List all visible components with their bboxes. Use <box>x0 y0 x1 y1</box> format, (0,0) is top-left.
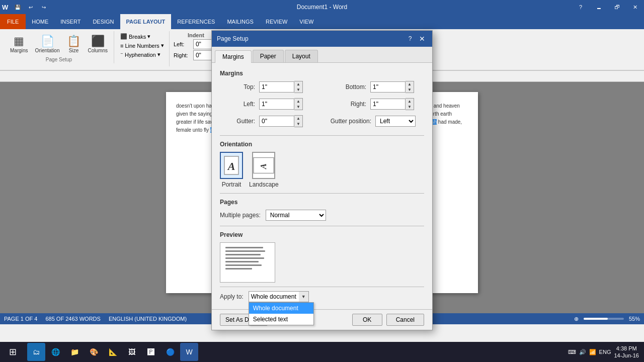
breaks-btn[interactable]: ⬛ Breaks ▾ <box>118 32 152 41</box>
landscape-btn[interactable]: A Landscape <box>249 152 279 188</box>
gutter-spin-up[interactable]: ▲ <box>294 116 302 121</box>
columns-btn[interactable]: ⬛ Columns <box>85 33 111 55</box>
margins-btn[interactable]: ▦ Margins <box>7 33 31 55</box>
right-input[interactable] <box>370 99 406 110</box>
tab-references[interactable]: REFERENCES <box>171 14 221 29</box>
left-spin-up[interactable]: ▲ <box>294 99 302 104</box>
margins-icon: ▦ <box>14 35 24 48</box>
ok-btn[interactable]: OK <box>352 314 382 326</box>
quick-access-toolbar: W 💾 ↩ ↪ <box>2 2 49 13</box>
cancel-btn[interactable]: Cancel <box>386 314 424 326</box>
orientation-icon: 📄 <box>41 35 54 48</box>
left-spin-down[interactable]: ▼ <box>294 104 302 110</box>
taskbar-explorer[interactable]: 🗂 <box>27 343 45 361</box>
zoom-slider[interactable] <box>584 318 624 320</box>
start-button[interactable]: ⊞ <box>0 342 25 362</box>
tab-review[interactable]: REVIEW <box>260 14 293 29</box>
gutter-pos-select[interactable]: Left Top <box>375 116 416 127</box>
taskbar-volume-icon: 🔊 <box>579 349 586 355</box>
save-qat-btn[interactable]: 💾 <box>12 2 23 13</box>
dialog-close-btn[interactable]: ✕ <box>417 34 427 44</box>
multiple-pages-select-wrapper: Normal Mirror margins 2 pages per sheet … <box>266 210 326 221</box>
bottom-label: Bottom: <box>326 83 366 90</box>
right-spin-up[interactable]: ▲ <box>406 99 414 104</box>
pagesetup-group-label: Page Setup <box>46 56 72 62</box>
left-input[interactable] <box>259 99 294 110</box>
taskbar-edge[interactable]: 🌐 <box>46 343 64 361</box>
multiple-pages-label: Multiple pages: <box>220 212 261 219</box>
dialog-help-btn[interactable]: ? <box>405 34 415 44</box>
tab-file[interactable]: FILE <box>0 14 26 29</box>
taskbar-appicon-1[interactable]: 📁 <box>65 343 84 361</box>
zoom-icon: ⊕ <box>574 316 579 322</box>
taskbar-appicon-3[interactable]: 📐 <box>104 343 122 361</box>
dropdown-item-selected[interactable]: Selected text <box>249 314 313 325</box>
portrait-btn[interactable]: A Portrait <box>220 152 243 188</box>
top-spin-down[interactable]: ▼ <box>294 87 302 93</box>
redo-qat-btn[interactable]: ↪ <box>38 2 49 13</box>
undo-qat-btn[interactable]: ↩ <box>25 2 36 13</box>
apply-dropdown-btn[interactable]: ▼ <box>299 291 309 302</box>
page-count: PAGE 1 OF 4 <box>4 316 37 322</box>
taskbar-appicon-4[interactable]: 🖼 <box>123 343 141 361</box>
columns-icon: ⬛ <box>91 35 105 48</box>
linenumbers-btn[interactable]: ≡ Line Numbers ▾ <box>118 41 166 50</box>
dropdown-item-whole[interactable]: Whole document <box>249 303 313 314</box>
window-title: Document1 - Word <box>297 4 347 11</box>
top-spin-up[interactable]: ▲ <box>294 81 302 87</box>
multiple-pages-select[interactable]: Normal Mirror margins 2 pages per sheet … <box>266 210 326 221</box>
taskbar-chrome[interactable]: 🔵 <box>161 343 179 361</box>
size-btn[interactable]: 📋 Size <box>64 33 84 55</box>
tab-design[interactable]: DESIGN <box>87 14 120 29</box>
bottom-spinbtns: ▲ ▼ <box>406 81 414 93</box>
title-bar: W 💾 ↩ ↪ Document1 - Word ? 🗕 🗗 ✕ <box>0 0 644 14</box>
multiple-pages-row: Multiple pages: Normal Mirror margins 2 … <box>220 210 424 221</box>
page-setup-dialog: Page Setup ? ✕ Margins Paper Layout Marg… <box>211 30 433 330</box>
minimize-btn[interactable]: 🗕 <box>590 0 608 14</box>
taskbar-lang: ENG <box>599 349 611 355</box>
dialog-tab-layout[interactable]: Layout <box>285 50 318 62</box>
footer-right: OK Cancel <box>352 314 424 326</box>
gutter-pos-label: Gutter position: <box>326 118 371 125</box>
hyphenation-btn[interactable]: ⁻ Hyphenation ▾ <box>118 50 163 59</box>
preview-line-3 <box>225 254 261 255</box>
right-input-group: ▲ ▼ <box>370 98 414 110</box>
taskbar-time: 4:38 PM <box>614 345 639 352</box>
status-right: ⊕ 55% <box>574 316 640 322</box>
bottom-input[interactable] <box>370 81 406 93</box>
dialog-tabs: Margins Paper Layout <box>212 47 432 63</box>
size-icon: 📋 <box>67 35 80 48</box>
orientation-options: A Portrait A Landscape <box>220 152 424 188</box>
portrait-icon: A <box>220 152 243 179</box>
dialog-tab-paper[interactable]: Paper <box>253 50 284 62</box>
right-label: Right: <box>326 101 366 108</box>
bottom-spin-down[interactable]: ▼ <box>406 87 414 93</box>
indent-heading: Indent <box>188 32 204 39</box>
gutter-input[interactable] <box>259 116 294 127</box>
help-btn[interactable]: ? <box>572 0 590 14</box>
word-logo-icon: W <box>2 4 8 11</box>
zoom-fill <box>584 318 608 320</box>
bottom-spin-up[interactable]: ▲ <box>406 81 414 87</box>
gutter-spin-down[interactable]: ▼ <box>294 121 302 127</box>
maximize-btn[interactable]: 🗗 <box>608 0 626 14</box>
dialog-tab-margins[interactable]: Margins <box>215 50 252 63</box>
tab-home[interactable]: HOME <box>26 14 54 29</box>
tab-pagelayout[interactable]: PAGE LAYOUT <box>120 14 172 29</box>
gutter-input-group: ▲ ▼ <box>259 115 303 127</box>
tab-mailings[interactable]: MAILINGS <box>221 14 260 29</box>
window-controls: ? 🗕 🗗 ✕ <box>572 0 644 14</box>
right-spin-down[interactable]: ▼ <box>406 104 414 110</box>
dialog-footer: Set As Defa... OK Cancel <box>212 309 432 330</box>
close-btn[interactable]: ✕ <box>626 0 644 14</box>
tab-view[interactable]: VIEW <box>293 14 319 29</box>
top-label: Top: <box>220 83 255 90</box>
tab-insert[interactable]: INSERT <box>54 14 87 29</box>
taskbar-word[interactable]: W <box>180 343 198 361</box>
left-margin-row: Left: ▲ ▼ <box>220 98 318 110</box>
taskbar-appicon-2[interactable]: 🎨 <box>85 343 103 361</box>
top-input[interactable] <box>259 81 294 93</box>
taskbar-appicon-5[interactable]: 🅿 <box>142 343 160 361</box>
orientation-btn[interactable]: 📄 Orientation <box>32 33 63 55</box>
dialog-body: Margins Top: ▲ ▼ Bottom: <box>212 63 432 309</box>
